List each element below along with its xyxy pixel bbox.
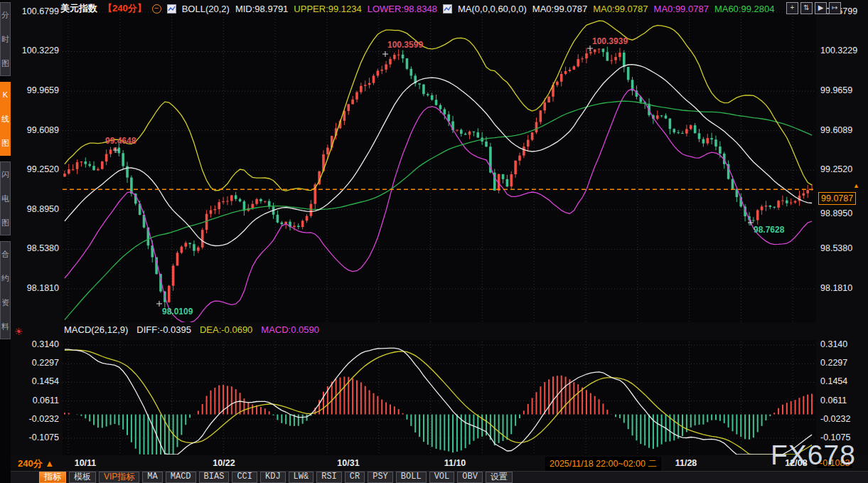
toolbar-kdj-button[interactable]: KDJ — [260, 472, 286, 483]
toolbar-indicator-button[interactable]: 指标 — [39, 472, 66, 483]
pan-icon[interactable]: + — [786, 2, 798, 14]
toolbar-boll-button[interactable]: BOLL — [396, 472, 427, 483]
toolbar-macd-button[interactable]: MACD — [166, 472, 196, 483]
chart-canvas[interactable] — [0, 0, 868, 483]
toolbar-cr-button[interactable]: CR — [345, 472, 365, 483]
boll-mid-value: MID:98.9791 — [235, 4, 288, 14]
macd-axis-label: 0.0611 — [820, 396, 847, 405]
macd-axis-label: 0.2297 — [18, 358, 59, 368]
period-selector[interactable]: 240分 ▲ — [18, 457, 54, 470]
toolbar-ma-button[interactable]: MA — [142, 472, 162, 483]
collapse-icon[interactable]: − — [152, 4, 161, 14]
ma0-value-3: MA0:99.0787 — [654, 4, 709, 14]
ma-group-label: MA(0,0,0,60,0,0) — [458, 4, 527, 14]
y-axis-label: 99.9659 — [820, 85, 852, 95]
toolbar-template-button[interactable]: 模板 — [69, 472, 96, 483]
sidebar-tab-kline[interactable]: K线图 — [0, 82, 11, 156]
scale-icon[interactable]: ⇅ — [800, 2, 813, 14]
ma0-value-2: MA0:99.0787 — [593, 4, 648, 14]
macd-header: MACD(26,12,9) DIFF:-0.0395 DEA:-0.0690 M… — [64, 324, 319, 335]
macd-axis-label: -0.0232 — [820, 414, 850, 424]
y-axis-label: 99.6089 — [820, 125, 852, 135]
high-annotation: 100.3599 — [387, 40, 423, 50]
macd-axis-label: 0.2297 — [820, 358, 847, 368]
y-axis-label: 99.9659 — [18, 85, 59, 95]
jump-latest-icon[interactable]: ↦ — [829, 2, 841, 14]
ma0-value-1: MA0:99.0787 — [532, 4, 587, 14]
fx678-watermark: FX678 — [771, 440, 856, 471]
y-axis-label: 98.8950 — [18, 204, 59, 214]
chart-header: 美元指数 【240分】 − BOLL(20,2) MID:98.9791 UPP… — [60, 2, 774, 15]
macd-axis-label: 0.1454 — [820, 376, 847, 386]
toolbar-settings-button[interactable]: 设置 — [486, 472, 513, 483]
x-axis-date: 10/22 — [199, 458, 249, 468]
y-axis-label: 99.6089 — [18, 125, 59, 135]
boll-label: BOLL(20,2) — [182, 4, 230, 14]
y-axis-label: 100.3229 — [18, 46, 59, 55]
toolbar-bias-button[interactable]: BIAS — [199, 472, 230, 483]
macd-params-label: MACD(26,12,9) — [64, 324, 128, 335]
indicator-chart-icon — [443, 4, 452, 14]
current-price-tag: 99.0787 — [818, 192, 856, 205]
x-axis-date: 11/10 — [430, 458, 480, 468]
y-axis-label: 98.5380 — [18, 243, 59, 253]
x-axis-date: 10/31 — [323, 458, 373, 468]
macd-bar-value: MACD:0.0590 — [261, 324, 319, 335]
y-axis-label: 100.3229 — [820, 46, 857, 55]
macd-axis-label: 0.1454 — [18, 376, 59, 386]
period-arrow-icon: ▲ — [45, 458, 54, 469]
price-up-arrow-icon: ▲ — [853, 182, 859, 189]
indicator-chart-icon — [167, 4, 176, 14]
toolbar-rsi-button[interactable]: RSI — [316, 472, 342, 483]
boll-lower-value: LOWER:98.8348 — [368, 4, 437, 14]
macd-axis-label: 0.3140 — [18, 339, 59, 349]
macd-dea-value: DEA:-0.0690 — [200, 324, 252, 335]
toolbar-obv-button[interactable]: OBV — [457, 472, 483, 483]
macd-axis-label: 0.0611 — [18, 396, 59, 405]
y-axis-label: 99.2520 — [18, 164, 59, 174]
toolbar-cci-button[interactable]: CCI — [232, 472, 257, 483]
high-annotation: 99.4648 — [105, 136, 136, 146]
toolbar-vip-indicator-button[interactable]: VIP指标 — [99, 472, 139, 483]
toolbar-vol-button[interactable]: VOL — [429, 472, 455, 483]
period-label: 【240分】 — [103, 2, 146, 15]
sidebar-tab-contract-info[interactable]: 合约资料 — [0, 241, 11, 339]
chart-tool-icons: + ⇅ ▶ ↦ — [786, 2, 841, 14]
sidebar-tab-timeline[interactable]: 分时图 — [0, 2, 11, 76]
y-axis-label: 98.8950 — [820, 208, 852, 218]
trading-app-window: 分时图 K线图 闪电图 合约资料 美元指数 【240分】 − BOLL(20,2… — [0, 0, 868, 483]
scroll-right-icon[interactable]: ▶ — [815, 2, 827, 14]
macd-diff-value: DIFF:-0.0395 — [136, 324, 191, 335]
y-axis-label: 98.1810 — [820, 283, 852, 293]
low-annotation: 98.0109 — [162, 307, 193, 317]
macd-axis-label: -0.1075 — [18, 432, 59, 442]
x-axis-date: 10/11 — [60, 458, 110, 468]
indicator-toolbar: 指标 模板 VIP指标 MA MACD BIAS CCI KDJ LW& RSI… — [11, 471, 868, 483]
sidebar: 分时图 K线图 闪电图 合约资料 — [0, 0, 11, 483]
indicator-settings-icon[interactable]: ☀ — [14, 326, 23, 337]
low-annotation: 98.7628 — [754, 225, 784, 235]
y-axis-label: 99.2520 — [820, 164, 852, 174]
macd-axis-label: 0.3140 — [820, 339, 847, 349]
crosshair-date-label: 2025/11/18 22:00~02:00 二 — [545, 457, 661, 472]
sidebar-tab-flash[interactable]: 闪电图 — [0, 161, 11, 235]
macd-axis-label: -0.0232 — [18, 414, 59, 424]
x-axis-date: 11/28 — [661, 458, 711, 468]
y-axis-label: 100.6799 — [18, 6, 59, 16]
y-axis-label: 98.5380 — [820, 243, 852, 253]
boll-upper-value: UPPER:99.1234 — [294, 4, 361, 14]
toolbar-lwr-button[interactable]: LW& — [289, 472, 314, 483]
high-annotation: 100.3939 — [592, 36, 628, 46]
x-axis-row: 240分 ▲ 10/11 10/22 10/31 11/10 11/28 12/… — [11, 455, 868, 471]
ma60-value: MA60:99.2804 — [714, 4, 775, 14]
y-axis-label: 98.1810 — [18, 283, 59, 293]
instrument-name: 美元指数 — [60, 2, 97, 15]
toolbar-psy-button[interactable]: PSY — [368, 472, 393, 483]
